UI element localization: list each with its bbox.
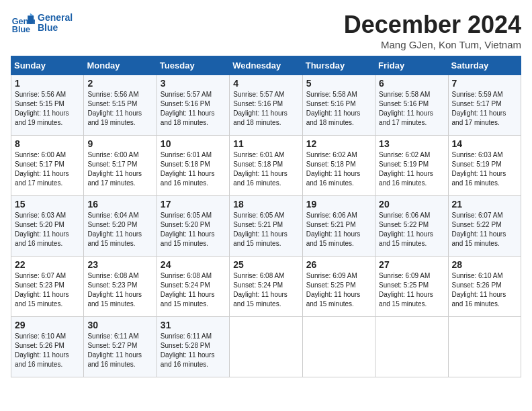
day-info: Sunrise: 6:02 AMSunset: 5:18 PMDaylight:… bbox=[306, 150, 371, 188]
day-info: Sunrise: 5:56 AMSunset: 5:15 PMDaylight:… bbox=[87, 90, 152, 128]
day-info: Sunrise: 5:57 AMSunset: 5:16 PMDaylight:… bbox=[233, 90, 298, 128]
day-number: 25 bbox=[233, 259, 298, 270]
day-info: Sunrise: 6:08 AMSunset: 5:24 PMDaylight:… bbox=[161, 271, 226, 309]
day-number: 21 bbox=[452, 199, 517, 210]
day-number: 29 bbox=[15, 320, 80, 330]
day-number: 8 bbox=[15, 138, 80, 149]
table-row: 2Sunrise: 5:56 AMSunset: 5:15 PMDaylight… bbox=[84, 75, 157, 136]
calendar-body: 1Sunrise: 5:56 AMSunset: 5:15 PMDaylight… bbox=[11, 75, 521, 377]
table-row: 1Sunrise: 5:56 AMSunset: 5:15 PMDaylight… bbox=[11, 75, 84, 136]
table-row: 22Sunrise: 6:07 AMSunset: 5:23 PMDayligh… bbox=[11, 257, 84, 317]
table-row: 6Sunrise: 5:58 AMSunset: 5:16 PMDaylight… bbox=[375, 75, 448, 136]
header-sunday: Sunday bbox=[11, 56, 84, 75]
day-number: 11 bbox=[233, 138, 298, 149]
calendar-row: 15Sunrise: 6:03 AMSunset: 5:20 PMDayligh… bbox=[11, 196, 521, 257]
table-row: 5Sunrise: 5:58 AMSunset: 5:16 PMDaylight… bbox=[302, 75, 375, 136]
header-wednesday: Wednesday bbox=[230, 56, 302, 75]
calendar-table: Sunday Monday Tuesday Wednesday Thursday… bbox=[11, 56, 521, 377]
table-row: 3Sunrise: 5:57 AMSunset: 5:16 PMDaylight… bbox=[157, 75, 229, 136]
header-monday: Monday bbox=[84, 56, 157, 75]
day-number: 18 bbox=[233, 199, 298, 210]
svg-marker-3 bbox=[30, 13, 34, 16]
day-number: 23 bbox=[87, 259, 152, 270]
day-info: Sunrise: 6:10 AMSunset: 5:26 PMDaylight:… bbox=[15, 332, 80, 369]
table-row: 21Sunrise: 6:07 AMSunset: 5:22 PMDayligh… bbox=[448, 196, 521, 257]
table-row: 15Sunrise: 6:03 AMSunset: 5:20 PMDayligh… bbox=[11, 196, 84, 257]
day-info: Sunrise: 6:05 AMSunset: 5:21 PMDaylight:… bbox=[233, 211, 298, 248]
day-number: 27 bbox=[379, 259, 444, 270]
day-number: 7 bbox=[452, 78, 517, 89]
day-info: Sunrise: 5:57 AMSunset: 5:16 PMDaylight:… bbox=[161, 90, 226, 128]
day-number: 4 bbox=[233, 78, 298, 89]
table-row: 10Sunrise: 6:01 AMSunset: 5:18 PMDayligh… bbox=[157, 136, 229, 196]
table-row bbox=[230, 317, 302, 377]
day-number: 1 bbox=[15, 78, 80, 89]
table-row: 16Sunrise: 6:04 AMSunset: 5:20 PMDayligh… bbox=[84, 196, 157, 257]
day-info: Sunrise: 5:59 AMSunset: 5:17 PMDaylight:… bbox=[452, 90, 517, 128]
table-row: 23Sunrise: 6:08 AMSunset: 5:23 PMDayligh… bbox=[84, 257, 157, 317]
table-row bbox=[302, 317, 375, 377]
day-info: Sunrise: 6:11 AMSunset: 5:27 PMDaylight:… bbox=[87, 332, 152, 369]
day-number: 30 bbox=[87, 320, 152, 330]
table-row: 19Sunrise: 6:06 AMSunset: 5:21 PMDayligh… bbox=[302, 196, 375, 257]
day-info: Sunrise: 6:11 AMSunset: 5:28 PMDaylight:… bbox=[161, 332, 226, 369]
day-number: 20 bbox=[379, 199, 444, 210]
day-info: Sunrise: 6:03 AMSunset: 5:19 PMDaylight:… bbox=[452, 150, 517, 188]
table-row: 20Sunrise: 6:06 AMSunset: 5:22 PMDayligh… bbox=[375, 196, 448, 257]
day-number: 2 bbox=[87, 78, 152, 89]
table-row: 17Sunrise: 6:05 AMSunset: 5:20 PMDayligh… bbox=[157, 196, 229, 257]
day-info: Sunrise: 6:10 AMSunset: 5:26 PMDaylight:… bbox=[452, 271, 517, 309]
day-number: 22 bbox=[15, 259, 80, 270]
day-number: 28 bbox=[452, 259, 517, 270]
calendar-row: 22Sunrise: 6:07 AMSunset: 5:23 PMDayligh… bbox=[11, 257, 521, 317]
table-row: 25Sunrise: 6:08 AMSunset: 5:24 PMDayligh… bbox=[230, 257, 302, 317]
day-info: Sunrise: 6:08 AMSunset: 5:23 PMDaylight:… bbox=[87, 271, 152, 309]
calendar-row: 1Sunrise: 5:56 AMSunset: 5:15 PMDaylight… bbox=[11, 75, 521, 136]
day-info: Sunrise: 6:01 AMSunset: 5:18 PMDaylight:… bbox=[161, 150, 226, 188]
day-number: 26 bbox=[306, 259, 371, 270]
table-row: 8Sunrise: 6:00 AMSunset: 5:17 PMDaylight… bbox=[11, 136, 84, 196]
month-title: December 2024 bbox=[344, 11, 521, 39]
table-row: 13Sunrise: 6:02 AMSunset: 5:19 PMDayligh… bbox=[375, 136, 448, 196]
header-thursday: Thursday bbox=[302, 56, 375, 75]
day-number: 24 bbox=[161, 259, 226, 270]
day-info: Sunrise: 6:04 AMSunset: 5:20 PMDaylight:… bbox=[87, 211, 152, 248]
day-number: 13 bbox=[379, 138, 444, 149]
day-info: Sunrise: 6:01 AMSunset: 5:18 PMDaylight:… bbox=[233, 150, 298, 188]
logo-icon: General Blue bbox=[11, 11, 35, 35]
page-header: General Blue General Blue December 2024 … bbox=[11, 11, 521, 50]
day-number: 17 bbox=[161, 199, 226, 210]
header-friday: Friday bbox=[375, 56, 448, 75]
day-info: Sunrise: 6:05 AMSunset: 5:20 PMDaylight:… bbox=[161, 211, 226, 248]
day-info: Sunrise: 6:00 AMSunset: 5:17 PMDaylight:… bbox=[15, 150, 80, 188]
day-headers-row: Sunday Monday Tuesday Wednesday Thursday… bbox=[11, 56, 521, 75]
day-number: 14 bbox=[452, 138, 517, 149]
logo: General Blue General Blue bbox=[11, 11, 73, 35]
location-subtitle: Mang GJen, Kon Tum, Vietnam bbox=[344, 39, 521, 50]
day-number: 10 bbox=[161, 138, 226, 149]
day-info: Sunrise: 6:00 AMSunset: 5:17 PMDaylight:… bbox=[87, 150, 152, 188]
day-info: Sunrise: 6:06 AMSunset: 5:21 PMDaylight:… bbox=[306, 211, 371, 248]
day-info: Sunrise: 6:02 AMSunset: 5:19 PMDaylight:… bbox=[379, 150, 444, 188]
day-number: 31 bbox=[161, 320, 226, 330]
svg-marker-2 bbox=[28, 15, 34, 24]
calendar-row: 29Sunrise: 6:10 AMSunset: 5:26 PMDayligh… bbox=[11, 317, 521, 377]
table-row: 4Sunrise: 5:57 AMSunset: 5:16 PMDaylight… bbox=[230, 75, 302, 136]
calendar-row: 8Sunrise: 6:00 AMSunset: 5:17 PMDaylight… bbox=[11, 136, 521, 196]
day-number: 3 bbox=[161, 78, 226, 89]
day-info: Sunrise: 5:58 AMSunset: 5:16 PMDaylight:… bbox=[379, 90, 444, 128]
svg-text:Blue: Blue bbox=[12, 25, 30, 34]
day-info: Sunrise: 6:06 AMSunset: 5:22 PMDaylight:… bbox=[379, 211, 444, 248]
logo-general: General bbox=[38, 13, 73, 23]
table-row: 9Sunrise: 6:00 AMSunset: 5:17 PMDaylight… bbox=[84, 136, 157, 196]
day-info: Sunrise: 5:58 AMSunset: 5:16 PMDaylight:… bbox=[306, 90, 371, 128]
day-number: 6 bbox=[379, 78, 444, 89]
table-row: 31Sunrise: 6:11 AMSunset: 5:28 PMDayligh… bbox=[157, 317, 229, 377]
day-number: 5 bbox=[306, 78, 371, 89]
day-number: 12 bbox=[306, 138, 371, 149]
day-number: 19 bbox=[306, 199, 371, 210]
day-info: Sunrise: 6:07 AMSunset: 5:23 PMDaylight:… bbox=[15, 271, 80, 309]
day-info: Sunrise: 6:09 AMSunset: 5:25 PMDaylight:… bbox=[379, 271, 444, 309]
table-row: 27Sunrise: 6:09 AMSunset: 5:25 PMDayligh… bbox=[375, 257, 448, 317]
table-row: 30Sunrise: 6:11 AMSunset: 5:27 PMDayligh… bbox=[84, 317, 157, 377]
